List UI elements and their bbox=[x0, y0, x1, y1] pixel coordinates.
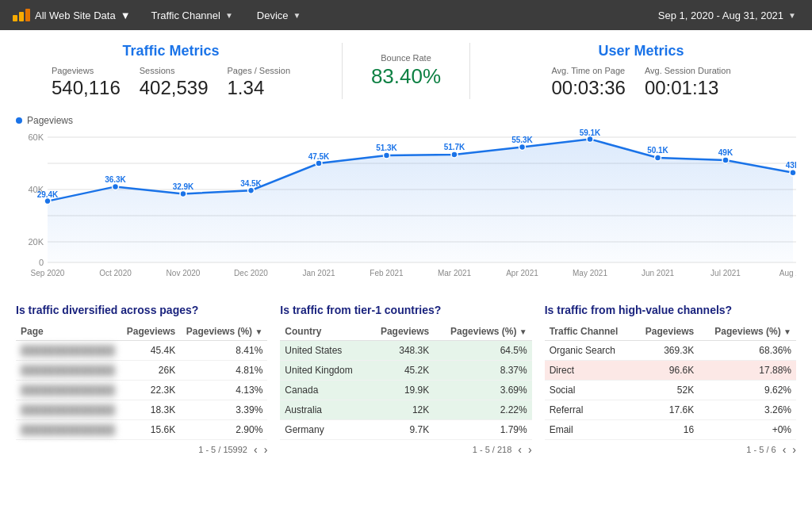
pageviews-cell: 17.6K bbox=[633, 400, 699, 420]
pct-cell: 4.81% bbox=[180, 361, 267, 381]
channels-table: Traffic Channel Pageviews Pageviews (%) … bbox=[545, 323, 796, 440]
pages-next-button[interactable]: › bbox=[264, 443, 268, 456]
svg-text:32.9K: 32.9K bbox=[173, 182, 194, 191]
user-metrics-title: User Metrics bbox=[486, 43, 796, 59]
traffic-channel-dropdown[interactable]: Traffic Channel ▼ bbox=[142, 6, 243, 25]
channels-table-section: Is traffic from high-value channels? Tra… bbox=[545, 304, 796, 456]
table-row: Canada 19.9K 3.69% bbox=[280, 381, 531, 400]
channel-cell: Referral bbox=[545, 400, 634, 420]
pages-col-pct: Pageviews (%) ▼ bbox=[180, 323, 267, 341]
countries-prev-button[interactable]: ‹ bbox=[518, 443, 522, 456]
table-row: ██████████████ 15.6K 2.90% bbox=[16, 420, 267, 440]
table-row: United Kingdom 45.2K 8.37% bbox=[280, 361, 531, 381]
pageviews-cell: 16 bbox=[633, 420, 699, 440]
brand-selector[interactable]: All Web Site Data ▼ bbox=[6, 9, 137, 21]
countries-table: Country Pageviews Pageviews (%) ▼ United… bbox=[280, 323, 531, 440]
sessions-card: Sessions 402,539 bbox=[140, 66, 209, 99]
channels-table-footer: 1 - 5 / 6 ‹ › bbox=[545, 443, 796, 456]
table-row: Referral 17.6K 3.26% bbox=[545, 400, 796, 420]
channels-table-title: Is traffic from high-value channels? bbox=[545, 304, 796, 316]
chart-svg-wrap: 60K 40K 20K 0 bbox=[16, 129, 796, 291]
pages-prev-button[interactable]: ‹ bbox=[254, 443, 258, 456]
svg-text:Feb 2021: Feb 2021 bbox=[370, 269, 404, 277]
svg-text:55.3K: 55.3K bbox=[511, 136, 533, 144]
svg-point-13 bbox=[180, 190, 186, 197]
traffic-metrics-section: Traffic Metrics Pageviews 540,116 Sessio… bbox=[16, 43, 326, 99]
channel-cell: Email bbox=[545, 420, 634, 440]
svg-text:Aug 2...: Aug 2... bbox=[779, 269, 796, 277]
device-dropdown[interactable]: Device ▼ bbox=[247, 6, 311, 25]
pct-cell: 3.26% bbox=[699, 400, 796, 420]
bounce-rate-card: Bounce Rate 83.40% bbox=[358, 43, 454, 99]
svg-text:Apr 2021: Apr 2021 bbox=[506, 269, 538, 277]
svg-text:Mar 2021: Mar 2021 bbox=[438, 269, 472, 277]
pages-table-footer: 1 - 5 / 15992 ‹ › bbox=[16, 443, 267, 456]
table-row: ██████████████ 26K 4.81% bbox=[16, 361, 267, 381]
bounce-rate-label: Bounce Rate bbox=[358, 53, 454, 63]
table-row: Direct 96.6K 17.88% bbox=[545, 361, 796, 381]
traffic-metrics-cards: Pageviews 540,116 Sessions 402,539 Pages… bbox=[16, 66, 326, 99]
svg-marker-10 bbox=[48, 139, 793, 262]
pct-cell: 8.41% bbox=[180, 341, 267, 361]
svg-text:Jul 2021: Jul 2021 bbox=[710, 269, 741, 277]
svg-text:49K: 49K bbox=[718, 148, 733, 157]
pageviews-cell: 96.6K bbox=[633, 361, 699, 381]
table-row: ██████████████ 22.3K 4.13% bbox=[16, 381, 267, 400]
pages-table-title: Is traffic diversified across pages? bbox=[16, 304, 267, 316]
pct-cell: 3.69% bbox=[434, 381, 531, 400]
pages-table-section: Is traffic diversified across pages? Pag… bbox=[16, 304, 267, 456]
pct-cell: 3.39% bbox=[180, 400, 267, 420]
pct-cell: 4.13% bbox=[180, 381, 267, 400]
page-cell: ██████████████ bbox=[16, 420, 121, 440]
svg-text:47.5K: 47.5K bbox=[308, 152, 330, 161]
channel-cell: Organic Search bbox=[545, 341, 634, 361]
countries-next-button[interactable]: › bbox=[528, 443, 532, 456]
pct-cell: 8.37% bbox=[434, 361, 531, 381]
pct-cell: 64.5% bbox=[434, 341, 531, 361]
country-cell: Canada bbox=[280, 381, 368, 400]
traffic-channel-label: Traffic Channel bbox=[151, 10, 220, 21]
svg-point-21 bbox=[722, 157, 729, 163]
chart-legend-dot bbox=[16, 117, 22, 124]
chart-legend: Pageviews bbox=[16, 115, 796, 126]
pct-cell: 2.90% bbox=[180, 420, 267, 440]
svg-point-16 bbox=[384, 152, 390, 159]
pageviews-card: Pageviews 540,116 bbox=[52, 66, 121, 99]
pageviews-cell: 19.9K bbox=[368, 381, 434, 400]
channel-cell: Direct bbox=[545, 361, 634, 381]
countries-col-pageviews: Pageviews bbox=[368, 323, 434, 341]
country-cell: United Kingdom bbox=[280, 361, 368, 381]
table-row: Organic Search 369.3K 68.36% bbox=[545, 341, 796, 361]
countries-pagination-label: 1 - 5 / 218 bbox=[473, 445, 512, 454]
svg-point-17 bbox=[451, 151, 458, 158]
avg-time-card: Avg. Time on Page 00:03:36 bbox=[551, 66, 625, 99]
channel-cell: Social bbox=[545, 381, 634, 400]
sessions-value: 402,539 bbox=[140, 77, 209, 99]
pageviews-cell: 9.7K bbox=[368, 420, 434, 440]
sessions-label: Sessions bbox=[140, 66, 209, 75]
pages-session-card: Pages / Session 1.34 bbox=[228, 66, 291, 99]
channels-next-button[interactable]: › bbox=[792, 443, 796, 456]
pageviews-cell: 348.3K bbox=[368, 341, 434, 361]
date-range-dropdown[interactable]: Sep 1, 2020 - Aug 31, 2021 ▼ bbox=[649, 6, 806, 25]
device-label: Device bbox=[257, 10, 289, 21]
svg-text:20K: 20K bbox=[28, 237, 44, 247]
pct-cell: 17.88% bbox=[699, 361, 796, 381]
bounce-rate-value: 83.40% bbox=[358, 64, 454, 89]
table-row: Australia 12K 2.22% bbox=[280, 400, 531, 420]
pages-col-page: Page bbox=[16, 323, 121, 341]
country-cell: Germany bbox=[280, 420, 368, 440]
svg-point-14 bbox=[248, 187, 255, 193]
tables-row: Is traffic diversified across pages? Pag… bbox=[16, 304, 796, 456]
svg-text:51.7K: 51.7K bbox=[444, 143, 465, 151]
table-row: ██████████████ 18.3K 3.39% bbox=[16, 400, 267, 420]
channels-prev-button[interactable]: ‹ bbox=[783, 443, 787, 456]
table-row: Germany 9.7K 1.79% bbox=[280, 420, 531, 440]
page-cell: ██████████████ bbox=[16, 381, 121, 400]
date-range-chevron-icon: ▼ bbox=[788, 11, 796, 20]
countries-table-section: Is traffic from tier-1 countries? Countr… bbox=[280, 304, 531, 456]
pageviews-cell: 22.3K bbox=[121, 381, 180, 400]
user-metrics-section: User Metrics Avg. Time on Page 00:03:36 … bbox=[486, 43, 796, 99]
svg-text:43K: 43K bbox=[786, 161, 796, 170]
svg-text:Jan 2021: Jan 2021 bbox=[302, 269, 335, 277]
